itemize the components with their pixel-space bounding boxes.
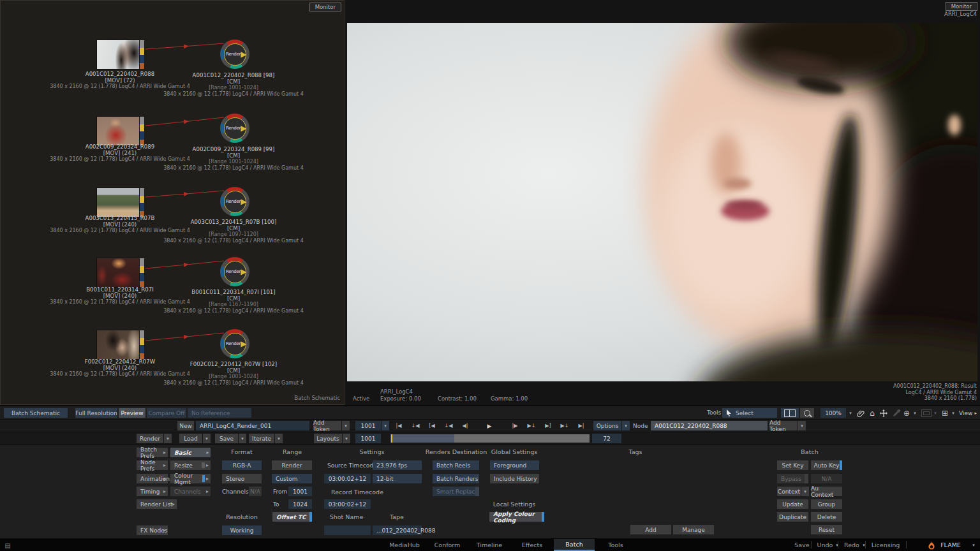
clip-socket-tabs[interactable] xyxy=(140,40,144,69)
batch-schematic-view-button[interactable]: Batch Schematic xyxy=(4,408,68,418)
split-view-button[interactable] xyxy=(781,408,799,418)
iterate-dropdown[interactable] xyxy=(275,434,283,443)
duplicate-button[interactable]: Duplicate xyxy=(777,512,808,522)
nav-render-list[interactable]: Render List xyxy=(137,499,177,509)
batch-renders-button[interactable]: Batch Renders xyxy=(433,474,479,483)
smart-replace-toggle[interactable]: Smart Replace xyxy=(433,487,479,496)
nav-channels[interactable]: Channels xyxy=(170,487,211,496)
add-token-button[interactable]: Add Token xyxy=(313,421,341,430)
zoom-level-field[interactable]: 100% xyxy=(820,408,846,418)
format-rgba-button[interactable]: RGB-A xyxy=(222,460,262,470)
load-dropdown[interactable] xyxy=(203,434,211,443)
home-icon[interactable]: ⌂ xyxy=(868,408,877,418)
render-node[interactable]: Render▶ xyxy=(220,257,249,286)
auto-key-toggle[interactable]: Auto Key xyxy=(811,460,842,470)
add-view-icon[interactable]: ⊞ xyxy=(940,408,949,418)
setup-name-field[interactable]: ARRI_LogC4_Render_001 xyxy=(196,421,309,430)
play-button[interactable]: ▶ xyxy=(482,421,496,430)
reset-button[interactable]: Reset xyxy=(811,525,842,534)
load-button[interactable]: Load xyxy=(179,434,202,443)
range-custom-button[interactable]: Custom xyxy=(272,474,312,483)
nav-animation[interactable]: Animation xyxy=(137,474,168,483)
bit-depth-button[interactable]: 12-bit xyxy=(373,474,422,483)
format-stereo-button[interactable]: Stereo xyxy=(222,474,262,483)
clip-thumbnail[interactable] xyxy=(96,187,140,217)
app-menu-dropdown[interactable] xyxy=(970,540,977,550)
zoom-level-dropdown[interactable] xyxy=(847,408,854,418)
prev-frame-jump-button[interactable]: ↓◀ xyxy=(442,421,456,430)
compare-button[interactable]: Compare Off xyxy=(147,408,186,418)
nav-resize[interactable]: Resize xyxy=(170,460,211,470)
target-centre-icon[interactable]: ⊕ xyxy=(902,408,911,418)
clip-thumbnail[interactable] xyxy=(96,330,140,360)
render-dropdown[interactable] xyxy=(164,434,172,443)
pan-move-icon[interactable] xyxy=(879,408,888,418)
nav-node-prefs[interactable]: Node Prefs xyxy=(137,460,168,470)
tags-manage-button[interactable]: Manage xyxy=(673,525,714,534)
render-node[interactable]: Render▶ xyxy=(220,329,249,358)
apply-colour-coding-toggle[interactable]: Apply Colour Coding xyxy=(489,512,544,522)
new-setup-button[interactable]: New xyxy=(177,421,194,430)
layouts-button[interactable]: Layouts xyxy=(314,434,342,443)
render-node[interactable]: Render▶ xyxy=(220,114,249,143)
tab-tools[interactable]: Tools xyxy=(600,539,632,551)
context-dropdown[interactable] xyxy=(801,487,809,496)
prev-segment-button[interactable]: [◀ xyxy=(425,421,439,430)
fps-button[interactable]: 23.976 fps xyxy=(373,460,422,470)
au-context-button[interactable]: Au Context xyxy=(811,487,842,496)
node-name-field[interactable]: A001C012_220402_R088 xyxy=(651,421,768,430)
next-segment-button[interactable]: ▶] xyxy=(541,421,555,430)
clip-socket-tabs[interactable] xyxy=(140,330,144,359)
tape-field[interactable]: ...012_220402_R088 xyxy=(373,525,422,535)
preview-button[interactable]: Preview xyxy=(119,408,145,418)
context-button[interactable]: Context xyxy=(777,487,801,496)
display-mode-icon[interactable] xyxy=(921,408,932,418)
nav-basic[interactable]: Basic xyxy=(170,448,211,457)
clip-socket-tabs[interactable] xyxy=(140,258,144,287)
redo-dropdown[interactable] xyxy=(860,540,868,550)
delete-button[interactable]: Delete xyxy=(811,512,842,522)
render-node[interactable]: Render▶ xyxy=(220,187,249,216)
record-timecode-field[interactable]: 03:00:02+12 xyxy=(324,499,371,509)
timeline-start-field[interactable]: 1001 xyxy=(355,434,381,443)
include-history-toggle[interactable]: Include History xyxy=(490,474,539,483)
timebar-playhead[interactable] xyxy=(391,434,392,443)
node-add-token-button[interactable]: Add Token xyxy=(769,421,798,430)
clip-socket-tabs[interactable] xyxy=(140,117,144,145)
current-frame-field[interactable]: 1001 xyxy=(355,421,381,430)
options-dropdown[interactable] xyxy=(622,421,630,430)
timeline-current-field[interactable]: 72 xyxy=(592,434,621,443)
tab-mediahub[interactable]: MediaHub xyxy=(383,539,426,551)
resolution-working-button[interactable]: Working xyxy=(222,525,262,535)
options-button[interactable]: Options xyxy=(593,421,621,430)
next-keyframe-button[interactable]: ▶↓ xyxy=(558,421,572,430)
frame-dropdown[interactable] xyxy=(382,421,389,430)
layouts-dropdown[interactable] xyxy=(343,434,350,443)
hotkeys-icon[interactable]: ▤ xyxy=(3,541,12,550)
batch-reels-button[interactable]: Batch Reels xyxy=(433,460,479,470)
target-centre-dropdown[interactable] xyxy=(911,408,919,418)
go-start-button[interactable]: |◀ xyxy=(392,421,406,430)
add-token-dropdown[interactable] xyxy=(342,421,350,430)
range-to-field[interactable]: 1024 xyxy=(288,499,312,509)
range-from-field[interactable]: 1001 xyxy=(288,487,312,496)
group-button[interactable]: Group xyxy=(811,499,842,509)
nav-fx-nodes[interactable]: FX Nodes xyxy=(137,525,168,535)
go-end-button[interactable]: ▶| xyxy=(574,421,588,430)
timebar-range-segment[interactable] xyxy=(390,434,454,443)
range-render-button[interactable]: Render xyxy=(272,460,312,470)
select-tool-button[interactable]: Select xyxy=(722,408,777,418)
clip-thumbnail[interactable] xyxy=(96,258,140,288)
save-button[interactable]: Save xyxy=(791,539,813,551)
tab-effects[interactable]: Effects xyxy=(514,539,550,551)
timebar[interactable] xyxy=(390,434,590,443)
link-icon[interactable] xyxy=(856,408,865,418)
node-add-token-dropdown[interactable] xyxy=(798,421,806,430)
viewer-monitor-button[interactable]: Monitor xyxy=(946,2,977,11)
tab-batch[interactable]: Batch xyxy=(554,539,595,551)
nav-colour-mgmt[interactable]: Colour Mgmt xyxy=(170,474,211,483)
shot-name-field[interactable] xyxy=(324,525,371,535)
source-timecode-field[interactable]: 03:00:02+12 xyxy=(324,474,371,483)
nav-timing[interactable]: Timing xyxy=(137,487,168,496)
iterate-button[interactable]: Iterate xyxy=(249,434,274,443)
